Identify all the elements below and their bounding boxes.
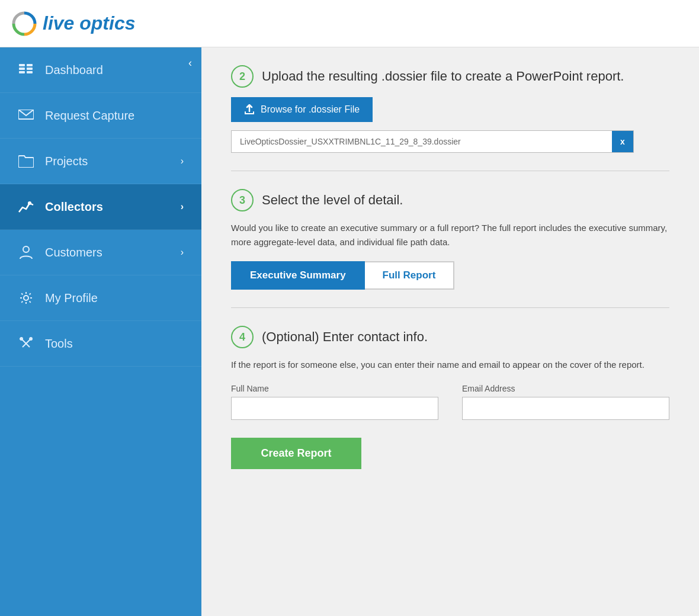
sidebar-item-projects[interactable]: Projects ›	[0, 139, 201, 184]
sidebar-item-dashboard[interactable]: Dashboard	[0, 47, 201, 93]
logo: live optics	[12, 11, 136, 36]
sidebar-item-label: Customers	[45, 246, 170, 259]
chevron-right-icon: ›	[181, 247, 184, 258]
svg-point-9	[28, 201, 31, 205]
step-3-title: Select the level of detail.	[262, 192, 403, 208]
main-layout: ‹ Dashboard	[0, 47, 699, 616]
full-name-input[interactable]	[231, 397, 438, 420]
chevron-right-icon: ›	[181, 156, 184, 166]
full-name-label: Full Name	[231, 384, 438, 393]
sidebar-item-label: My Profile	[45, 291, 184, 305]
step-2-header: 2 Upload the resulting .dossier file to …	[231, 65, 669, 88]
sidebar-collapse-button[interactable]: ‹	[188, 57, 192, 69]
main-content: 2 Upload the resulting .dossier file to …	[201, 47, 699, 616]
email-icon	[18, 107, 34, 124]
divider-2	[231, 307, 669, 308]
browse-button-label: Browse for .dossier File	[261, 104, 360, 115]
svg-point-11	[24, 296, 28, 300]
executive-summary-button[interactable]: Executive Summary	[231, 261, 365, 290]
step-3-header: 3 Select the level of detail.	[231, 189, 669, 211]
chart-icon	[18, 198, 34, 215]
step-3-description: Would you like to create an executive su…	[231, 221, 669, 249]
svg-rect-7	[27, 71, 33, 73]
email-input[interactable]	[462, 397, 669, 420]
step-4-description: If the report is for someone else, you c…	[231, 358, 669, 372]
step-4-section: 4 (Optional) Enter contact info. If the …	[231, 326, 669, 469]
step-4-title: (Optional) Enter contact info.	[262, 329, 428, 345]
divider-1	[231, 171, 669, 171]
sidebar-item-request-capture[interactable]: Request Capture	[0, 93, 201, 139]
sidebar-item-label: Projects	[45, 155, 170, 168]
create-report-button[interactable]: Create Report	[231, 438, 361, 469]
sidebar-item-customers[interactable]: Customers ›	[0, 230, 201, 275]
svg-point-10	[23, 246, 29, 252]
sidebar-item-label: Dashboard	[45, 63, 184, 77]
svg-rect-5	[27, 64, 33, 66]
step-2-section: 2 Upload the resulting .dossier file to …	[231, 65, 669, 153]
email-group: Email Address	[462, 384, 669, 420]
create-report-label: Create Report	[261, 447, 331, 459]
sidebar-item-label: Tools	[45, 337, 184, 351]
upload-icon	[244, 104, 255, 115]
step-2-number: 2	[231, 65, 254, 88]
executive-summary-label: Executive Summary	[250, 270, 346, 281]
sidebar-item-collectors[interactable]: Collectors ›	[0, 184, 201, 230]
sidebar-item-tools[interactable]: Tools	[0, 321, 201, 367]
person-icon	[18, 244, 34, 261]
full-report-button[interactable]: Full Report	[365, 261, 455, 290]
svg-point-1	[21, 20, 28, 27]
gear-icon	[18, 290, 34, 306]
svg-rect-2	[19, 64, 25, 66]
folder-icon	[18, 153, 34, 169]
sidebar-item-my-profile[interactable]: My Profile	[0, 275, 201, 321]
file-name-text: LiveOpticsDossier_USXXTRIMBNL1C_11_29_8_…	[232, 131, 612, 152]
browse-dossier-button[interactable]: Browse for .dossier File	[231, 97, 373, 122]
step-3-number: 3	[231, 189, 254, 211]
file-clear-button[interactable]: x	[612, 131, 633, 152]
dashboard-icon	[18, 62, 34, 78]
logo-icon	[12, 11, 37, 36]
report-type-buttons: Executive Summary Full Report	[231, 261, 669, 290]
sidebar-item-label: Collectors	[45, 200, 170, 214]
step-2-title: Upload the resulting .dossier file to cr…	[262, 69, 624, 84]
full-report-label: Full Report	[383, 270, 436, 281]
header: live optics	[0, 0, 699, 47]
svg-rect-6	[27, 68, 33, 70]
logo-text: live optics	[43, 12, 136, 34]
email-label: Email Address	[462, 384, 669, 393]
svg-rect-4	[19, 71, 25, 73]
tools-icon	[18, 335, 34, 352]
file-display: LiveOpticsDossier_USXXTRIMBNL1C_11_29_8_…	[231, 130, 634, 153]
sidebar: ‹ Dashboard	[0, 47, 201, 616]
sidebar-item-label: Request Capture	[45, 109, 184, 123]
step-4-header: 4 (Optional) Enter contact info.	[231, 326, 669, 348]
clear-icon: x	[620, 137, 625, 146]
full-name-group: Full Name	[231, 384, 438, 420]
step-4-number: 4	[231, 326, 254, 348]
svg-rect-3	[19, 68, 25, 70]
contact-form-row: Full Name Email Address	[231, 384, 669, 420]
chevron-right-icon: ›	[181, 201, 184, 212]
step-3-section: 3 Select the level of detail. Would you …	[231, 189, 669, 290]
